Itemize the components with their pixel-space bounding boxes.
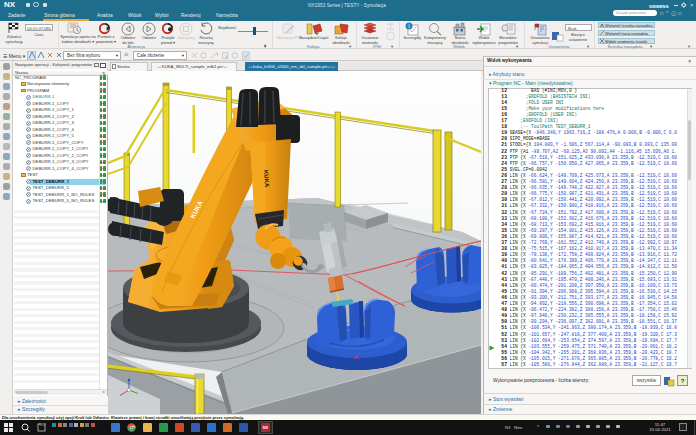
svg-text:KUKA: KUKA xyxy=(263,170,270,188)
